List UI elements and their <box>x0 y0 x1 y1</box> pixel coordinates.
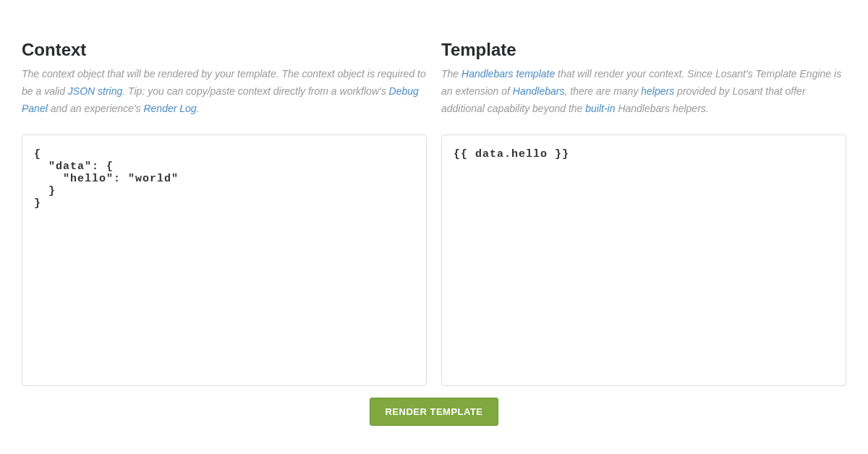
button-row: RENDER TEMPLATE <box>22 398 846 426</box>
template-description: The Handlebars template that will render… <box>441 66 846 117</box>
json-string-link[interactable]: JSON string <box>68 85 122 97</box>
context-description: The context object that will be rendered… <box>22 66 427 117</box>
render-template-button[interactable]: RENDER TEMPLATE <box>370 398 498 426</box>
template-desc-text-3: , there are many <box>564 85 641 97</box>
context-column: Context The context object that will be … <box>22 40 427 386</box>
template-column: Template The Handlebars template that wi… <box>441 40 846 386</box>
built-in-link[interactable]: built-in <box>585 103 615 114</box>
context-desc-text-3: and an experience's <box>48 103 144 114</box>
template-desc-text-1: The <box>441 68 461 80</box>
template-editor[interactable]: {{ data.hello }} <box>441 134 846 386</box>
context-desc-text-4: . <box>197 103 200 114</box>
editor-columns: Context The context object that will be … <box>22 40 846 386</box>
context-desc-text-2: . Tip: you can copy/paste context direct… <box>122 85 388 97</box>
handlebars-template-link[interactable]: Handlebars template <box>461 68 555 80</box>
context-title: Context <box>22 40 427 60</box>
handlebars-link[interactable]: Handlebars <box>513 85 565 97</box>
template-desc-text-5: Handlebars helpers. <box>616 103 709 114</box>
helpers-link[interactable]: helpers <box>641 85 674 97</box>
render-log-link[interactable]: Render Log <box>143 103 196 114</box>
context-editor[interactable]: { "data": { "hello": "world" } } <box>22 134 427 386</box>
template-title: Template <box>441 40 846 60</box>
